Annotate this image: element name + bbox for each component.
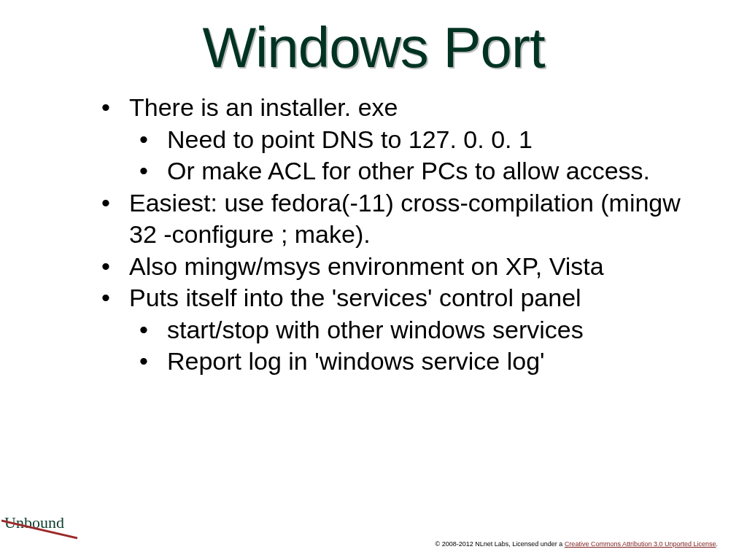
logo: Unbound bbox=[4, 513, 82, 542]
footer-prefix: © 2008-2012 NLnet Labs, Licensed under a bbox=[436, 540, 565, 548]
list-item: There is an installer. exe Need to point… bbox=[91, 92, 689, 187]
list-item: Also mingw/msys environment on XP, Vista bbox=[91, 251, 689, 283]
bullet-text: Also mingw/msys environment on XP, Vista bbox=[129, 252, 604, 280]
slide: Windows Port There is an installer. exe … bbox=[0, 0, 747, 560]
bullet-text: Or make ACL for other PCs to allow acces… bbox=[167, 157, 650, 184]
list-item: Report log in 'windows service log' bbox=[129, 346, 689, 378]
list-item: Need to point DNS to 127. 0. 0. 1 bbox=[129, 124, 689, 156]
logo-strike-icon bbox=[1, 516, 82, 545]
list-item: Or make ACL for other PCs to allow acces… bbox=[129, 155, 689, 187]
slide-body: There is an installer. exe Need to point… bbox=[91, 92, 689, 378]
bullet-list: There is an installer. exe Need to point… bbox=[91, 92, 689, 378]
sub-list: Need to point DNS to 127. 0. 0. 1 Or mak… bbox=[129, 124, 689, 187]
svg-line-1 bbox=[1, 521, 77, 538]
license-footer: © 2008-2012 NLnet Labs, Licensed under a… bbox=[375, 540, 718, 548]
slide-title: Windows Port bbox=[0, 15, 747, 81]
list-item: Puts itself into the 'services' control … bbox=[91, 282, 689, 378]
bullet-text: There is an installer. exe bbox=[129, 93, 398, 121]
bullet-text: Need to point DNS to 127. 0. 0. 1 bbox=[167, 125, 533, 153]
license-link[interactable]: Creative Commons Attribution 3.0 Unporte… bbox=[565, 540, 716, 548]
list-item: start/stop with other windows services bbox=[129, 314, 689, 346]
footer-suffix: . bbox=[716, 540, 718, 548]
sub-list: start/stop with other windows services R… bbox=[129, 314, 689, 378]
bullet-text: start/stop with other windows services bbox=[167, 316, 584, 343]
bullet-text: Puts itself into the 'services' control … bbox=[129, 284, 581, 311]
list-item: Easiest: use fedora(-11) cross-compilati… bbox=[91, 187, 689, 251]
bullet-text: Easiest: use fedora(-11) cross-compilati… bbox=[129, 189, 681, 249]
bullet-text: Report log in 'windows service log' bbox=[167, 347, 545, 375]
